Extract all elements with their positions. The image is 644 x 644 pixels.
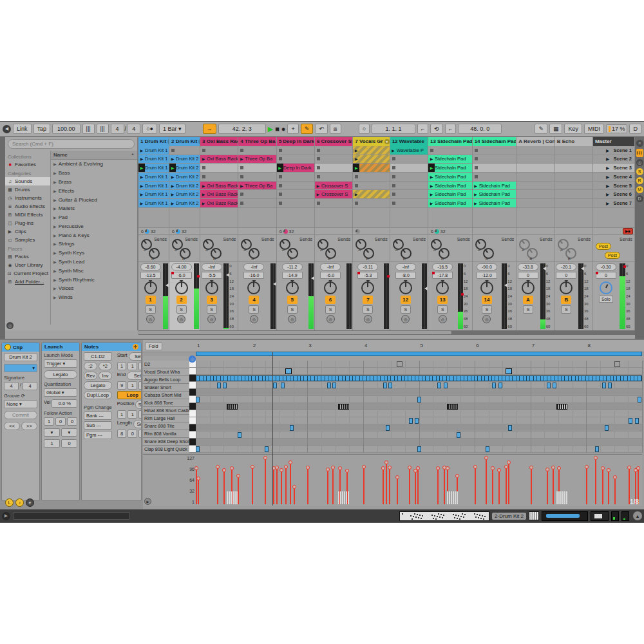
drum-row-name[interactable]: Rim Large Hall xyxy=(143,415,189,422)
volume-handle-marker[interactable] xyxy=(311,276,314,280)
velocity-head[interactable] xyxy=(230,466,234,470)
clip-sig-num[interactable]: 4 xyxy=(4,382,19,390)
track-delay-value[interactable]: -5.5 xyxy=(202,272,222,279)
drum-row-name[interactable]: Snare 808 Tite xyxy=(143,422,189,430)
browser-folder-item[interactable]: ▶Winds xyxy=(51,293,137,302)
track-header[interactable]: A Reverb | Compre xyxy=(516,137,554,146)
velocity-head[interactable] xyxy=(436,466,440,470)
volume-value[interactable]: -11.2 xyxy=(282,263,303,270)
velocity-head[interactable] xyxy=(551,466,555,469)
follow-action-b-chooser[interactable]: ▾ xyxy=(61,428,77,437)
clip-launch-icon[interactable]: ▶ xyxy=(200,156,207,161)
solo-button[interactable]: S xyxy=(437,305,448,314)
loop-brace[interactable] xyxy=(196,352,642,356)
expand-arrow-icon[interactable]: ▶ xyxy=(53,215,57,220)
velocity-fold-icon[interactable]: ▶ xyxy=(144,498,151,505)
sidebar-item-instruments[interactable]: ◷Instruments xyxy=(5,194,50,202)
scrollbar-handle[interactable] xyxy=(138,331,451,334)
clip-slot[interactable] xyxy=(238,190,276,199)
sidebar-item-user-library[interactable]: ◉User Library xyxy=(5,261,50,269)
velocity-head[interactable] xyxy=(455,474,459,478)
velocity-stem-roll[interactable] xyxy=(562,491,564,504)
clip-stop-icon[interactable] xyxy=(392,175,395,178)
clip-launch-icon[interactable]: ▶ xyxy=(428,192,435,196)
clip-launch-icon[interactable]: ▶ xyxy=(238,156,245,161)
velocity-stem-roll[interactable] xyxy=(231,491,232,504)
volume-value[interactable]: -20.1 xyxy=(556,263,576,270)
velocity-stem[interactable] xyxy=(217,468,218,504)
clip-slot[interactable] xyxy=(315,146,352,155)
reverse-button[interactable]: Rev xyxy=(84,372,97,380)
midi-note[interactable] xyxy=(457,432,460,438)
post-b-toggle[interactable]: Post xyxy=(605,252,620,259)
follow-action-chance[interactable]: 0 xyxy=(61,439,77,448)
nudge-back-button[interactable]: << xyxy=(4,422,20,430)
track-activator-number[interactable]: 6 xyxy=(325,296,336,304)
clip-slot[interactable] xyxy=(555,164,592,173)
session-clip[interactable]: ▶Drum Kit 1 xyxy=(138,182,169,190)
clip-activator[interactable] xyxy=(5,344,11,350)
clip-stop-icon[interactable] xyxy=(317,157,320,160)
clip-color-chooser[interactable]: ▾ xyxy=(4,364,37,372)
clip-slot[interactable]: ▶Three Op Ba xyxy=(238,182,276,191)
volume-handle-marker[interactable] xyxy=(543,267,546,270)
browser-folder-item[interactable]: ▶Synth Keys xyxy=(51,249,137,258)
velocity-head[interactable] xyxy=(607,468,611,472)
expand-arrow-icon[interactable]: ▶ xyxy=(53,162,57,166)
preview-headphone-icon[interactable]: ◎ xyxy=(189,355,196,363)
expand-arrow-icon[interactable]: ▶ xyxy=(53,206,57,211)
clip-slot[interactable] xyxy=(516,173,554,182)
pan-knob[interactable] xyxy=(175,281,188,294)
clip-stop-icon[interactable] xyxy=(475,175,478,178)
velocity-head[interactable] xyxy=(236,474,240,478)
clip-slot[interactable]: ▶Deep in Dark xyxy=(277,164,314,173)
sidebar-item-midi-effects[interactable]: ⊞MIDI Effects xyxy=(5,211,50,219)
velocity-amount-field[interactable]: 0.0 % xyxy=(52,399,77,408)
tap-tempo-button[interactable]: Tap xyxy=(33,124,51,134)
punch-out-icon[interactable]: ⌐ xyxy=(445,124,456,134)
session-clip[interactable]: ▶Drum Kit 1 xyxy=(138,173,169,181)
clip-slot[interactable]: ▶ xyxy=(353,146,389,155)
end-value[interactable]: 1 xyxy=(128,381,137,390)
start-value[interactable]: 1 xyxy=(117,362,127,370)
clip-slot[interactable]: ▶Sidechain Pad xyxy=(428,190,472,199)
expand-arrow-icon[interactable]: ▶ xyxy=(53,278,57,282)
clip-slot[interactable]: ▶Drum Kit 1 xyxy=(138,199,169,208)
deactivated-note[interactable] xyxy=(397,361,402,367)
clip-slot[interactable] xyxy=(315,164,352,173)
horizontal-scrollbar[interactable] xyxy=(138,330,635,335)
velocity-stem[interactable] xyxy=(327,471,328,504)
clip-stop-icon[interactable] xyxy=(317,149,320,152)
drum-row-name[interactable]: Snare 808 Deep Short xyxy=(143,438,189,446)
solo-button[interactable]: S xyxy=(401,305,411,314)
session-clip[interactable]: ▶Sidechain Pad xyxy=(428,182,472,190)
velocity-stem[interactable] xyxy=(386,464,387,504)
start-set-button[interactable]: Set xyxy=(129,352,142,361)
session-clip[interactable]: ▶Drum Kit 2 xyxy=(169,155,200,164)
position-value[interactable]: 1 xyxy=(138,410,142,419)
arm-button[interactable]: ◎ xyxy=(401,315,410,323)
drum-row-name[interactable]: Cabasa Short Mid xyxy=(143,392,189,399)
arm-button[interactable]: ◎ xyxy=(482,315,491,323)
velocity-head[interactable] xyxy=(388,466,392,469)
clip-slot[interactable] xyxy=(390,190,428,199)
clip-stop-icon[interactable] xyxy=(355,202,358,205)
midi-note[interactable] xyxy=(386,425,390,431)
send-b-knob[interactable] xyxy=(483,248,494,259)
midi-note[interactable] xyxy=(638,397,641,402)
session-clip[interactable]: ▶Drum Kit 1 xyxy=(138,155,169,164)
velocity-stem-roll[interactable] xyxy=(344,491,345,504)
clip-slot[interactable] xyxy=(277,199,314,208)
signature-denominator[interactable]: 4 xyxy=(127,124,140,134)
velocity-stem[interactable] xyxy=(307,469,308,504)
loop-length-field[interactable]: 48. 0. 0 xyxy=(458,124,502,134)
send-b-knob[interactable] xyxy=(401,248,412,259)
clip-slot[interactable]: ▶Drum Kit 1 xyxy=(138,190,169,199)
drum-row-name[interactable]: Hihat 808 Short Castle xyxy=(143,407,189,415)
clip-slot[interactable] xyxy=(555,190,592,199)
clip-launch-icon[interactable]: ▶ xyxy=(473,201,479,205)
drum-row-name[interactable]: Kick 808 Tone xyxy=(143,399,189,407)
length-value[interactable]: 0 xyxy=(138,430,142,438)
session-clip[interactable]: ▶Oxi Bass Rack xyxy=(200,190,238,198)
length-set-button[interactable]: Set xyxy=(133,420,142,428)
